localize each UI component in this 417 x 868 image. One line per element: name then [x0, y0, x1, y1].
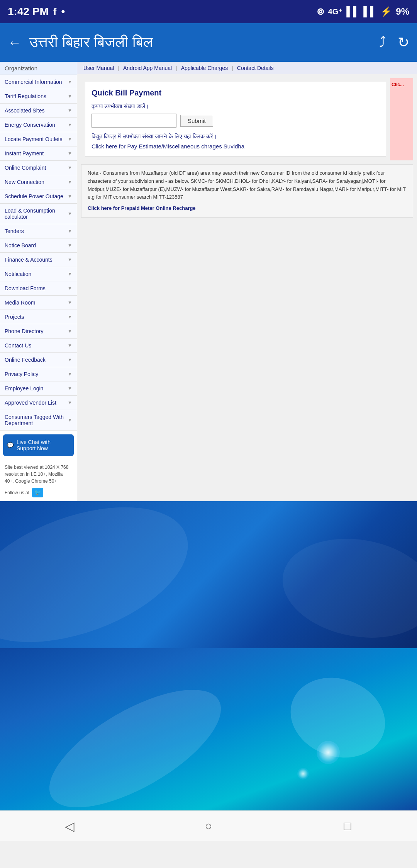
- home-nav-button[interactable]: ○: [197, 819, 220, 833]
- chevron-icon: ▼: [68, 300, 72, 305]
- signal-icon2: ▌▌: [363, 6, 376, 17]
- note-section: Note:- Consumers from Muzaffarpur (old D…: [81, 164, 413, 218]
- sidebar-item-schedule-power-outage[interactable]: Schedule Power Outage ▼: [0, 189, 77, 204]
- consumer-number-input[interactable]: [92, 114, 176, 128]
- sidebar-item-contact-us[interactable]: Contact Us ▼: [0, 339, 77, 353]
- sidebar-item-download-forms[interactable]: Download Forms ▼: [0, 281, 77, 296]
- dot-icon: •: [61, 5, 65, 18]
- sidebar-item-tariff-regulations[interactable]: Tariff Regulations ▼: [0, 89, 77, 104]
- top-nav: User Manual | Android App Manual | Appli…: [77, 62, 417, 74]
- sidebar-item-online-complaint[interactable]: Online Complaint ▼: [0, 161, 77, 175]
- qbp-input-row: Submit: [92, 114, 380, 128]
- chevron-icon: ▼: [68, 271, 72, 277]
- sidebar-footer: Site best viewed at 1024 X 768 resolutio…: [0, 460, 77, 501]
- chevron-icon: ▼: [68, 314, 72, 320]
- note-text: Note:- Consumers from Muzaffarpur (old D…: [88, 169, 407, 201]
- sidebar-item-phone-directory[interactable]: Phone Directory ▼: [0, 324, 77, 339]
- wifi-icon: ⊚: [317, 6, 324, 17]
- chevron-icon: ▼: [68, 328, 72, 334]
- blue-gradient-section-1: [0, 501, 417, 648]
- chevron-icon: ▼: [68, 417, 72, 423]
- sidebar-item-notice-board[interactable]: Notice Board ▼: [0, 238, 77, 253]
- chevron-icon: ▼: [68, 243, 72, 248]
- sparkle-2: [297, 768, 309, 779]
- sidebar-item-media-room[interactable]: Media Room ▼: [0, 296, 77, 310]
- chevron-icon: ▼: [68, 179, 72, 185]
- sidebar-item-approved-vendor-list[interactable]: Approved Vendor List ▼: [0, 396, 77, 410]
- consumer-number-link[interactable]: विद्युत विपत्र में उपभोक्ता संख्या जानने…: [92, 133, 217, 140]
- quick-bill-payment-section: Quick Bill Payment कृपया उपभोक्ता संख्या…: [85, 82, 386, 157]
- chevron-icon: ▼: [68, 211, 72, 216]
- nav-applicable-charges[interactable]: Applicable Charges: [181, 65, 228, 71]
- pay-estimate-link[interactable]: Click here for Pay Estimate/Miscellaneou…: [92, 143, 244, 150]
- status-left: 1:42 PM f •: [8, 5, 65, 18]
- back-button[interactable]: ←: [8, 34, 22, 51]
- right-panel: User Manual | Android App Manual | Appli…: [77, 62, 417, 501]
- chevron-icon: ▼: [68, 357, 72, 363]
- qbp-title: Quick Bill Payment: [92, 89, 380, 97]
- network-label: 4G⁺: [328, 7, 343, 16]
- sidebar-item-locate-payment-outlets[interactable]: Locate Payment Outlets ▼: [0, 132, 77, 146]
- chevron-icon: ▼: [68, 386, 72, 391]
- sidebar-item-new-connection[interactable]: New Connection ▼: [0, 175, 77, 189]
- chevron-icon: ▼: [68, 94, 72, 99]
- sidebar: Organization Commercial Information ▼ Ta…: [0, 62, 77, 501]
- chat-icon: 💬: [7, 442, 14, 448]
- chevron-icon: ▼: [68, 286, 72, 291]
- app-bar: ← उत्तरी बिहार बिजली बिल ⤴ ↻: [0, 23, 417, 62]
- prepaid-meter-link[interactable]: Click here for Prepaid Meter Online Rech…: [88, 205, 196, 211]
- sidebar-item-tenders[interactable]: Tenders ▼: [0, 224, 77, 238]
- chevron-icon: ▼: [68, 228, 72, 234]
- bottom-nav-bar: ◁ ○ □: [0, 810, 417, 841]
- chevron-icon: ▼: [68, 122, 72, 128]
- status-bar: 1:42 PM f • ⊚ 4G⁺ ▌▌ ▌▌ ⚡ 9%: [0, 0, 417, 23]
- chevron-icon: ▼: [68, 108, 72, 113]
- battery-icon: ⚡: [380, 6, 392, 17]
- sidebar-item-privacy-policy[interactable]: Privacy Policy ▼: [0, 367, 77, 381]
- click-here-red-text: Clic...: [392, 82, 404, 87]
- chevron-icon: ▼: [68, 343, 72, 348]
- live-chat-button[interactable]: 💬 Live Chat with Support Now: [3, 434, 74, 456]
- sparkle-1: [317, 741, 340, 764]
- signal-icon: ▌▌: [346, 6, 359, 17]
- app-bar-actions: ⤴ ↻: [379, 34, 409, 51]
- sidebar-item-consumers-tagged-with-department[interactable]: Consumers Tagged With Department ▼: [0, 410, 77, 431]
- sidebar-item-energy-conservation[interactable]: Energy Conservation ▼: [0, 118, 77, 132]
- nav-android-app-manual[interactable]: Android App Manual: [123, 65, 172, 71]
- qbp-instruction: कृपया उपभोक्ता संख्या डालें।: [92, 103, 380, 110]
- sidebar-item-employee-login[interactable]: Employee Login ▼: [0, 381, 77, 396]
- nav-user-manual[interactable]: User Manual: [83, 65, 114, 71]
- chevron-icon: ▼: [68, 194, 72, 199]
- menu-nav-button[interactable]: □: [336, 819, 359, 833]
- chevron-icon: ▼: [68, 257, 72, 262]
- sidebar-item-commercial-information[interactable]: Commercial Information ▼: [0, 75, 77, 89]
- blue-gradient-section-2: [0, 648, 417, 810]
- chevron-icon: ▼: [68, 400, 72, 405]
- sidebar-item-finance-accounts[interactable]: Finance & Accounts ▼: [0, 253, 77, 267]
- sidebar-item-notification[interactable]: Notification ▼: [0, 267, 77, 281]
- chevron-icon: ▼: [68, 136, 72, 142]
- sidebar-org-label: Organization: [0, 62, 77, 75]
- app-title: उत्तरी बिहार बिजली बिल: [29, 34, 371, 51]
- twitter-icon[interactable]: 🐦: [32, 488, 43, 497]
- status-right: ⊚ 4G⁺ ▌▌ ▌▌ ⚡ 9%: [317, 6, 409, 17]
- time-display: 1:42 PM: [8, 5, 49, 18]
- facebook-icon: f: [53, 6, 57, 18]
- submit-button[interactable]: Submit: [180, 115, 213, 127]
- sidebar-item-instant-payment[interactable]: Instant Payment ▼: [0, 146, 77, 161]
- refresh-icon[interactable]: ↻: [398, 34, 409, 51]
- chevron-icon: ▼: [68, 151, 72, 156]
- sidebar-item-projects[interactable]: Projects ▼: [0, 310, 77, 324]
- battery-percent: 9%: [396, 6, 409, 17]
- chevron-icon: ▼: [68, 371, 72, 377]
- chevron-icon: ▼: [68, 79, 72, 85]
- sidebar-item-associated-sites[interactable]: Associated Sites ▼: [0, 104, 77, 118]
- sidebar-item-load-consumption-calculator[interactable]: Load & Consumption calculator ▼: [0, 204, 77, 224]
- main-content: Organization Commercial Information ▼ Ta…: [0, 62, 417, 501]
- nav-contact-details[interactable]: Contact Details: [237, 65, 274, 71]
- chevron-icon: ▼: [68, 165, 72, 170]
- sidebar-item-online-feedback[interactable]: Online Feedback ▼: [0, 353, 77, 367]
- back-nav-button[interactable]: ◁: [58, 819, 81, 834]
- share-icon[interactable]: ⤴: [379, 34, 386, 51]
